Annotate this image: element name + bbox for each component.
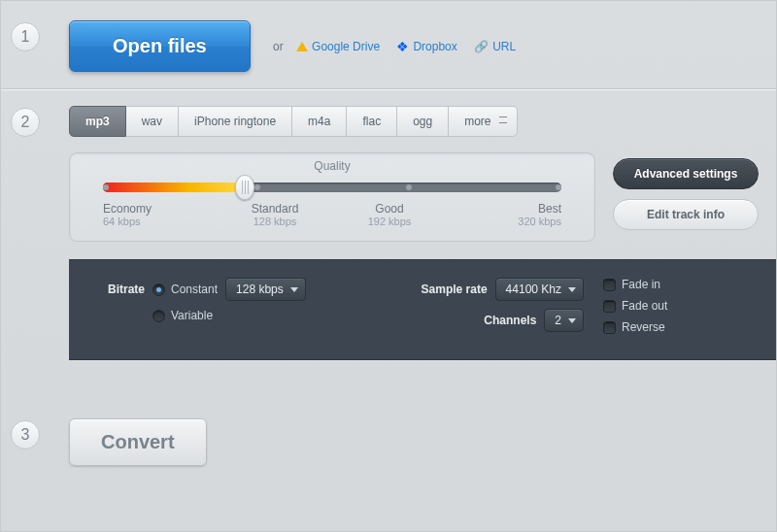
channels-select[interactable]: 2 xyxy=(544,309,584,332)
quality-label-best: Best320 kbps xyxy=(447,202,561,227)
tab-ogg[interactable]: ogg xyxy=(397,106,449,137)
step-1-badge: 1 xyxy=(11,22,40,51)
bitrate-variable-radio[interactable] xyxy=(152,310,165,322)
quality-slider-thumb[interactable] xyxy=(235,175,254,200)
quality-stop-good xyxy=(406,184,412,190)
or-label: or xyxy=(273,40,284,53)
bitrate-label: Bitrate xyxy=(108,283,145,296)
bitrate-constant-radio[interactable] xyxy=(152,283,165,296)
samplerate-label: Sample rate xyxy=(400,283,488,296)
quality-panel: Quality Economy64 kbps Standard128 kbps … xyxy=(69,152,595,242)
format-tabs: mp3 wav iPhone ringtone m4a flac ogg mor… xyxy=(69,106,776,137)
step-2-section: 2 mp3 wav iPhone ringtone m4a flac ogg m… xyxy=(1,90,776,360)
advanced-settings-button[interactable]: Advanced settings xyxy=(613,158,759,189)
fade-in-checkbox[interactable] xyxy=(603,279,616,291)
bitrate-select[interactable]: 128 kbps xyxy=(225,278,306,301)
google-drive-label: Google Drive xyxy=(312,40,380,53)
quality-label-standard: Standard128 kbps xyxy=(218,202,332,227)
bitrate-constant-label: Constant xyxy=(171,283,218,296)
link-icon: 🔗 xyxy=(474,40,489,53)
tab-mp3[interactable]: mp3 xyxy=(69,106,126,137)
advanced-panel: Bitrate Constant 128 kbps Variable Sampl… xyxy=(69,259,776,360)
quality-label-good: Good192 kbps xyxy=(332,202,447,227)
tab-m4a[interactable]: m4a xyxy=(292,106,347,137)
reverse-label: Reverse xyxy=(622,320,665,334)
tab-flac[interactable]: flac xyxy=(347,106,397,137)
quality-label-economy: Economy64 kbps xyxy=(103,202,218,227)
quality-slider-fill xyxy=(103,183,245,192)
quality-title: Quality xyxy=(103,159,561,173)
bitrate-variable-label: Variable xyxy=(171,309,213,322)
edit-track-info-button[interactable]: Edit track info xyxy=(613,199,759,230)
samplerate-select[interactable]: 44100 Khz xyxy=(495,278,584,301)
fade-out-label: Fade out xyxy=(622,299,667,313)
tab-wav[interactable]: wav xyxy=(126,106,179,137)
convert-button[interactable]: Convert xyxy=(69,418,207,466)
google-drive-link[interactable]: Google Drive xyxy=(296,40,380,53)
quality-labels: Economy64 kbps Standard128 kbps Good192 … xyxy=(103,202,561,227)
side-buttons: Advanced settings Edit track info xyxy=(613,152,759,242)
dropbox-icon: ❖ xyxy=(396,39,409,54)
dropbox-link[interactable]: ❖ Dropbox xyxy=(396,39,456,54)
fade-out-checkbox[interactable] xyxy=(603,300,616,313)
fade-in-label: Fade in xyxy=(622,278,660,291)
tab-more[interactable]: more xyxy=(449,106,517,137)
step-1-section: 1 Open files or Google Drive ❖ Dropbox 🔗… xyxy=(1,1,776,88)
quality-stop-best xyxy=(556,184,561,190)
open-files-button[interactable]: Open files xyxy=(69,20,251,72)
tab-iphone-ringtone[interactable]: iPhone ringtone xyxy=(179,106,292,137)
quality-slider[interactable] xyxy=(103,183,561,192)
url-label: URL xyxy=(492,40,516,53)
url-link[interactable]: 🔗 URL xyxy=(474,40,516,53)
dropbox-label: Dropbox xyxy=(413,40,456,53)
google-drive-icon xyxy=(296,42,308,51)
reverse-checkbox[interactable] xyxy=(603,321,616,334)
step-3-badge: 3 xyxy=(11,420,40,449)
step-3-section: 3 Convert xyxy=(1,360,776,466)
quality-stop-economy xyxy=(103,184,109,190)
channels-label: Channels xyxy=(449,314,536,327)
step-2-badge: 2 xyxy=(11,108,40,137)
quality-stop-standard xyxy=(254,184,260,190)
